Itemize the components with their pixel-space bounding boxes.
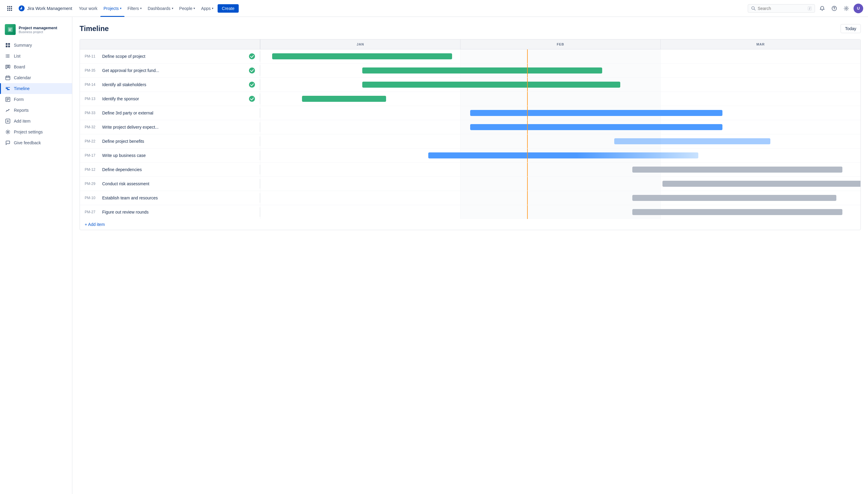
nav-apps[interactable]: Apps ▾: [198, 0, 216, 17]
task-name[interactable]: Identify the sponsor: [102, 96, 246, 101]
nav-filters[interactable]: Filters ▾: [125, 0, 145, 17]
avatar[interactable]: U: [853, 4, 863, 13]
task-cell: PM-35Get approval for project fund...: [80, 65, 260, 76]
task-column-header: [80, 39, 260, 49]
task-id: PM-12: [85, 168, 99, 172]
timeline-row: PM-27Figure out review rounds: [80, 205, 861, 219]
add-item-label: + Add item: [85, 222, 105, 227]
task-name[interactable]: Establish team and resources: [102, 195, 255, 200]
gantt-bar[interactable]: [632, 209, 843, 215]
sidebar-item-timeline[interactable]: Timeline: [0, 83, 72, 94]
sidebar-item-label: Summary: [14, 43, 32, 48]
task-name[interactable]: Write up business case: [102, 153, 255, 158]
gantt-bar[interactable]: [632, 167, 843, 173]
gantt-bar[interactable]: [632, 195, 836, 201]
task-id: PM-11: [85, 54, 99, 58]
task-name[interactable]: Define dependencies: [102, 167, 255, 172]
task-name[interactable]: Conduct risk assessment: [102, 181, 255, 186]
task-name[interactable]: Define project benefits: [102, 139, 255, 144]
add-item-row[interactable]: + Add item: [80, 219, 861, 230]
search-box[interactable]: /: [748, 4, 815, 13]
task-name[interactable]: Identify all stakeholders: [102, 82, 246, 87]
notifications-icon[interactable]: [817, 4, 827, 13]
sidebar-item-label: Project settings: [14, 130, 43, 134]
task-id: PM-13: [85, 97, 99, 101]
sidebar-item-label: Reports: [14, 108, 29, 113]
gantt-area: [260, 149, 861, 163]
svg-rect-20: [7, 65, 8, 68]
today-line: [527, 163, 528, 176]
svg-point-17: [6, 56, 6, 56]
svg-rect-21: [9, 65, 10, 68]
project-header: Project management Business project: [0, 22, 72, 40]
sidebar-item-list[interactable]: List: [0, 51, 72, 61]
sidebar-item-label: Timeline: [14, 86, 30, 91]
svg-rect-10: [8, 43, 10, 45]
svg-rect-6: [9, 28, 12, 29]
month-header-feb: FEB: [460, 39, 660, 49]
sidebar-item-give-feedback[interactable]: Give feedback: [0, 137, 72, 148]
brand-logo[interactable]: Jira Work Management: [16, 5, 75, 12]
task-name[interactable]: Get approval for project fund...: [102, 68, 246, 73]
search-icon: [751, 6, 756, 11]
brand-name: Jira Work Management: [27, 6, 72, 11]
gantt-bar[interactable]: [272, 53, 453, 59]
nav-your-work[interactable]: Your work: [76, 0, 101, 17]
sidebar-item-form[interactable]: Form: [0, 94, 72, 105]
create-button[interactable]: Create: [218, 4, 239, 13]
sidebar-item-label: Give feedback: [14, 140, 41, 145]
gantt-area: [260, 205, 861, 219]
today-line: [527, 120, 528, 134]
settings-icon[interactable]: [842, 4, 851, 13]
nav-people[interactable]: People ▾: [176, 0, 198, 17]
task-name[interactable]: Write project delivery expect...: [102, 125, 255, 130]
timeline-row: PM-13Identify the sponsor: [80, 92, 861, 106]
feedback-icon: [5, 140, 11, 146]
timeline-container: JANFEBMAR PM-11Define scope of projectPM…: [79, 39, 861, 230]
sidebar-item-project-settings[interactable]: Project settings: [0, 127, 72, 137]
sidebar-item-label: Calendar: [14, 75, 31, 80]
gantt-bar[interactable]: [362, 68, 603, 74]
gantt-area: [260, 120, 861, 134]
svg-rect-8: [9, 31, 11, 31]
gantt-bar[interactable]: [362, 82, 621, 88]
gantt-bar[interactable]: [614, 138, 770, 144]
project-icon: [5, 24, 16, 35]
task-name[interactable]: Define scope of project: [102, 54, 246, 59]
svg-rect-27: [6, 88, 8, 89]
task-done-icon: [249, 68, 255, 74]
task-name[interactable]: Define 3rd party or external: [102, 111, 255, 115]
task-id: PM-29: [85, 182, 99, 186]
chevron-down-icon: ▾: [212, 7, 214, 10]
search-input[interactable]: [758, 6, 806, 11]
task-id: PM-22: [85, 139, 99, 144]
gantt-bar[interactable]: [470, 110, 722, 116]
task-cell: PM-10Establish team and resources: [80, 193, 260, 203]
today-line: [527, 205, 528, 219]
task-done-icon: [249, 96, 255, 102]
gantt-bar[interactable]: [302, 96, 386, 102]
sidebar-item-reports[interactable]: Reports: [0, 105, 72, 116]
sidebar-item-calendar[interactable]: Calendar: [0, 72, 72, 83]
task-id: PM-32: [85, 125, 99, 129]
today-line: [527, 134, 528, 148]
settings-icon: [5, 129, 11, 135]
nav-dashboards[interactable]: Dashboards ▾: [145, 0, 176, 17]
gantt-bar[interactable]: [428, 152, 698, 158]
task-id: PM-27: [85, 210, 99, 214]
task-cell: PM-32Write project delivery expect...: [80, 122, 260, 132]
gantt-bar[interactable]: [662, 181, 861, 187]
chevron-down-icon: ▾: [172, 7, 173, 10]
help-icon[interactable]: [829, 4, 839, 13]
task-done-icon: [249, 53, 255, 59]
sidebar-item-board[interactable]: Board: [0, 61, 72, 72]
waffle-menu-icon[interactable]: [5, 4, 15, 13]
nav-projects[interactable]: Projects ▾: [100, 0, 125, 17]
task-name[interactable]: Figure out review rounds: [102, 210, 255, 214]
sidebar-item-add-item[interactable]: Add item: [0, 116, 72, 127]
gantt-bar[interactable]: [470, 124, 722, 130]
gantt-area: [260, 50, 861, 63]
sidebar-item-summary[interactable]: Summary: [0, 40, 72, 51]
today-button[interactable]: Today: [841, 24, 861, 33]
svg-rect-19: [6, 65, 7, 69]
